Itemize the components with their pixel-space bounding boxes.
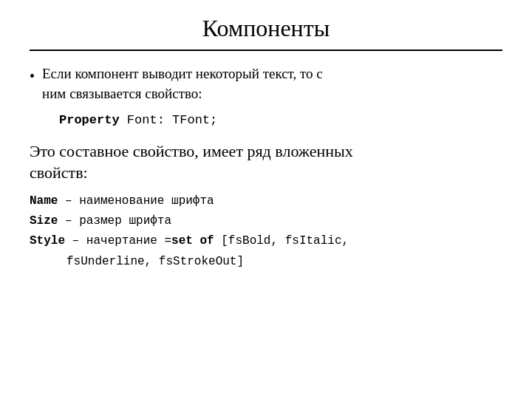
bullet-item: • Если компонент выводит некоторый текст…: [30, 64, 502, 103]
prop-style-continuation: fsUnderline, fsStrokeOut]: [30, 252, 502, 272]
prop-size-desc: – размер шрифта: [58, 211, 171, 231]
prop-list: Name – наименование шрифта Size – размер…: [30, 191, 502, 272]
prop-style-keyword: set of: [171, 231, 214, 251]
prop-style-line: Style – начертание =set of [fsBold, fsIt…: [30, 231, 502, 251]
page: Компоненты • Если компонент выводит неко…: [0, 0, 532, 399]
bullet-dot: •: [30, 66, 35, 86]
prop-name-label: Name: [30, 191, 58, 211]
prop-style-desc3: fsUnderline, fsStrokeOut]: [66, 255, 244, 268]
code-block: Property Font: TFont;: [59, 111, 502, 130]
code-rest: Font: TFont;: [120, 113, 218, 127]
prop-name-desc: – наименование шрифта: [58, 191, 214, 211]
page-title: Компоненты: [30, 15, 502, 42]
prop-size-label: Size: [30, 211, 58, 231]
prop-style-label: Style: [30, 231, 65, 251]
bullet-text: Если компонент выводит некоторый текст, …: [42, 64, 502, 103]
code-keyword: Property: [59, 113, 120, 127]
section-heading: Это составное свойство, имеет ряд вложен…: [30, 140, 502, 184]
title-section: Компоненты: [30, 15, 502, 51]
prop-name-line: Name – наименование шрифта: [30, 191, 502, 211]
prop-size-line: Size – размер шрифта: [30, 211, 502, 231]
prop-style-desc1: – начертание =: [65, 231, 171, 251]
bullet-section: • Если компонент выводит некоторый текст…: [30, 64, 502, 130]
prop-style-desc2: [fsBold, fsItalic,: [214, 231, 349, 251]
